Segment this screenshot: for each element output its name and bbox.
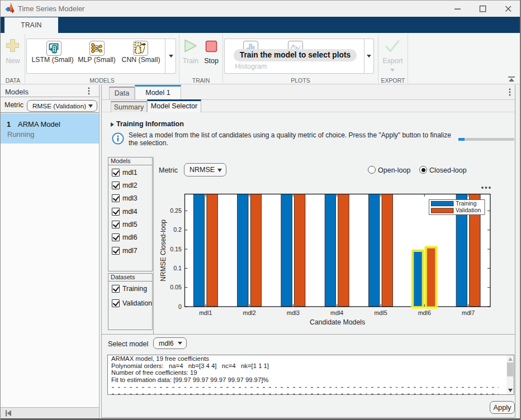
svg-text:mdl7: mdl7 xyxy=(462,309,475,316)
svg-text:mdl2: mdl2 xyxy=(243,309,256,316)
svg-text:mdl1: mdl1 xyxy=(199,309,212,316)
svg-text:0.25: 0.25 xyxy=(170,207,182,214)
svg-text:mdl5: mdl5 xyxy=(374,309,387,316)
svg-text:mdl4: mdl4 xyxy=(330,309,343,316)
svg-text:0.1: 0.1 xyxy=(173,265,182,271)
svg-text:mdl3: mdl3 xyxy=(287,309,300,316)
svg-text:Candidate Models: Candidate Models xyxy=(310,318,365,326)
svg-text:0.2: 0.2 xyxy=(173,226,182,233)
svg-text:0.05: 0.05 xyxy=(170,284,182,290)
svg-text:mdl6: mdl6 xyxy=(418,309,431,316)
svg-text:0: 0 xyxy=(178,303,182,310)
svg-text:Training: Training xyxy=(456,200,477,207)
svg-text:0.15: 0.15 xyxy=(170,246,182,252)
svg-text:NRMSE Closed-loop: NRMSE Closed-loop xyxy=(159,219,167,281)
svg-text:Validation: Validation xyxy=(456,207,481,213)
